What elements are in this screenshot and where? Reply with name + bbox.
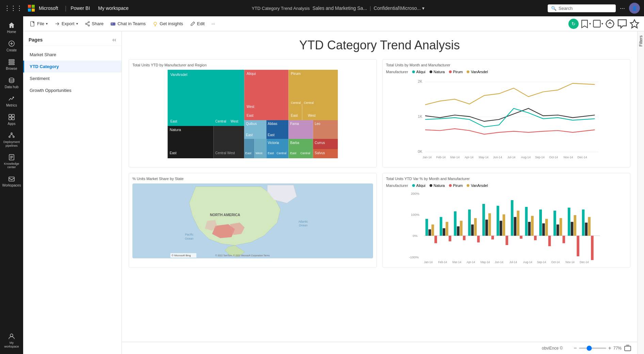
sidebar-item-workspaces[interactable]: Workspaces <box>1 173 22 190</box>
svg-text:Currus: Currus <box>315 141 325 145</box>
sidebar-item-create[interactable]: Create <box>1 37 22 55</box>
sidebar-item-deployment[interactable]: Deployment pipelines <box>1 129 22 150</box>
bar-jul-natura <box>514 217 517 236</box>
svg-point-24 <box>88 21 90 23</box>
bar-dec-natura <box>585 223 588 236</box>
page-item-growth[interactable]: Growth Opportunities <box>23 84 122 96</box>
svg-text:0%: 0% <box>413 234 418 238</box>
chat-in-teams-button[interactable]: T Chat in Teams <box>108 19 148 29</box>
barchart-svg: 200% 100% 0% -100% <box>386 189 627 264</box>
svg-text:Oct-14: Oct-14 <box>551 261 560 264</box>
comments-icon <box>617 18 628 29</box>
svg-text:200%: 200% <box>411 192 420 195</box>
barchart-legend: Manufacturer Aliqui Natura Pirum VanArsd… <box>386 183 627 188</box>
filters-label[interactable]: Filters <box>639 35 643 47</box>
refresh-button[interactable]: ↻ <box>568 19 579 29</box>
comments-btn[interactable] <box>617 18 628 29</box>
svg-text:East: East <box>268 151 274 155</box>
topbar-more-icon[interactable]: ··· <box>620 5 625 12</box>
svg-text:Mar-14: Mar-14 <box>450 156 460 159</box>
svg-rect-7 <box>9 114 11 117</box>
svg-text:West: West <box>231 119 239 123</box>
bar-jan-pirum <box>434 236 437 243</box>
zoom-in-button[interactable]: + <box>608 345 611 351</box>
map-north-america-label: NORTH AMERICA <box>210 213 240 217</box>
export-icon <box>54 21 60 27</box>
svg-text:Central: Central <box>215 151 226 155</box>
svg-text:Central: Central <box>291 101 301 104</box>
sidebar-item-apps[interactable]: Apps <box>1 111 22 129</box>
edit-button[interactable]: Edit <box>187 19 207 29</box>
linechart-svg: 2K 1K 0K <box>386 75 627 164</box>
bookmark-icon-btn[interactable]: ▾ <box>580 18 591 29</box>
topbar-pipe: | <box>370 5 371 11</box>
datahub-label: Data hub <box>5 85 19 89</box>
knowledge-label: Knowledge center <box>3 162 20 170</box>
bar-jan-aliqui <box>425 219 428 236</box>
file-button[interactable]: File ▾ <box>27 19 50 29</box>
svg-text:Barba: Barba <box>290 141 300 145</box>
page-item-sentiment[interactable]: Sentiment <box>23 73 122 84</box>
legend-vanarsdel: VanArsdel <box>467 70 488 74</box>
topbar-separator-1: | <box>65 5 67 12</box>
more-options-button[interactable]: ··· <box>209 19 218 28</box>
sidebar-item-home[interactable]: Home <box>1 19 22 37</box>
grid-menu-icon[interactable]: ⋮⋮⋮ <box>4 4 22 12</box>
sidebar-item-browse[interactable]: Browse <box>1 56 22 74</box>
view-mode-btn[interactable]: ▾ <box>592 18 603 29</box>
svg-text:West: West <box>227 151 235 155</box>
pages-collapse-button[interactable]: ‹‹ <box>112 37 116 43</box>
favorite-btn[interactable] <box>629 18 640 29</box>
barchart-title: Total Units YTD Var % by Month and Manuf… <box>386 177 627 181</box>
file-icon <box>30 21 35 27</box>
treemap-title: Total Units YTD by Manufacturer and Regi… <box>132 63 373 67</box>
svg-text:Dec-14: Dec-14 <box>578 156 587 159</box>
confidential-label[interactable]: Confidential\Microso... ▾ <box>374 5 425 11</box>
auto-refresh-btn[interactable] <box>605 18 615 29</box>
report-main-title: YTD Category Trend Analysis <box>129 38 630 52</box>
map-container: NORTH AMERICA Pacific Ocean Atlantic Oce… <box>132 183 373 258</box>
svg-text:Salvus: Salvus <box>315 151 325 155</box>
bar-apr-pirum <box>477 236 480 243</box>
svg-text:Quibus: Quibus <box>246 122 257 126</box>
export-button[interactable]: Export ▾ <box>52 19 81 29</box>
search-placeholder: Search <box>559 6 573 11</box>
share-button[interactable]: Share <box>82 19 107 29</box>
page-item-ytd-category[interactable]: YTD Category <box>23 61 122 73</box>
bar-jan-vanarsdel <box>432 225 434 236</box>
sidebar-item-myworkspace[interactable]: My workspace <box>1 330 22 351</box>
bar-jul-pirum <box>520 236 522 239</box>
sidebar-item-knowledge[interactable]: Knowledge center <box>1 151 22 172</box>
svg-text:Victoria: Victoria <box>268 141 279 145</box>
filters-panel[interactable]: Filters <box>637 31 644 354</box>
svg-text:May-14: May-14 <box>481 261 490 264</box>
line-pirum <box>425 129 595 134</box>
svg-rect-3 <box>9 60 14 61</box>
search-box[interactable]: 🔍 Search <box>548 4 616 12</box>
bar-sep-vanarsdel <box>545 219 548 236</box>
auto-refresh-icon <box>605 18 615 29</box>
svg-text:Pirum: Pirum <box>291 71 301 76</box>
barchart-legend-vanarsdel: VanArsdel <box>467 183 488 188</box>
page-item-market-share[interactable]: Market Share <box>23 49 122 61</box>
get-insights-button[interactable]: Get insights <box>150 19 186 29</box>
sidebar-item-metrics[interactable]: Metrics <box>1 93 22 110</box>
bar-oct-vanarsdel <box>560 218 562 236</box>
sidebar-item-datahub[interactable]: Data hub <box>1 74 22 92</box>
metrics-label: Metrics <box>6 103 17 108</box>
bar-mar-vanarsdel <box>460 221 463 236</box>
workspace-label[interactable]: My workspace <box>98 5 128 11</box>
svg-text:0K: 0K <box>418 149 423 154</box>
search-icon: 🔍 <box>551 6 557 11</box>
svg-text:East: East <box>171 119 177 123</box>
fit-page-button[interactable] <box>624 344 632 352</box>
zoom-out-button[interactable]: − <box>574 345 577 351</box>
bar-jul-aliqui <box>511 200 514 236</box>
zoom-slider[interactable] <box>579 348 606 349</box>
bar-jan-natura <box>429 229 431 236</box>
svg-text:Central: Central <box>304 101 314 104</box>
powerbi-label: Power BI <box>70 5 90 11</box>
user-avatar[interactable]: 👤 <box>629 3 640 14</box>
svg-text:Aug-14: Aug-14 <box>523 261 532 264</box>
map-atlantic-label: Atlantic <box>299 220 308 223</box>
